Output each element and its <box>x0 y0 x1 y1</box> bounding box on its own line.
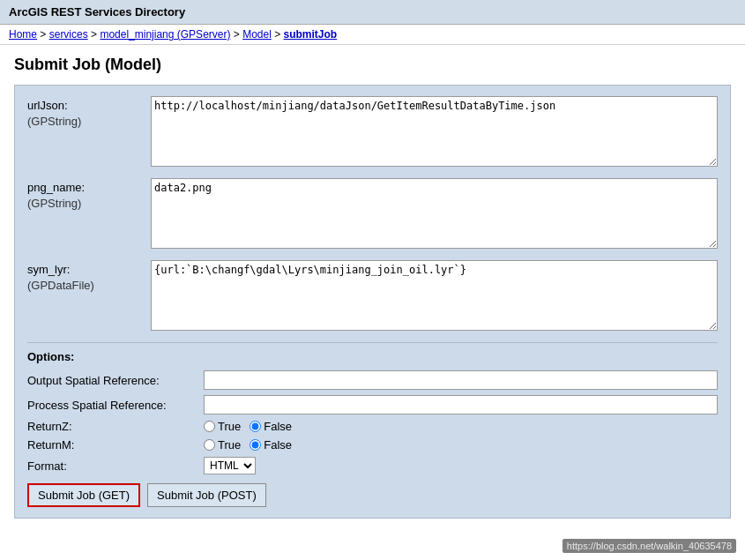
control-process-spatial-ref <box>204 395 718 414</box>
row-output-spatial-ref: Output Spatial Reference: <box>27 370 718 390</box>
control-pngname: data2.png <box>151 178 718 251</box>
field-symlyr: sym_lyr: (GPDataFile) {url:`B:<span styl… <box>27 260 718 333</box>
row-format: Format: HTML JSON AMF KMZL <box>27 457 718 474</box>
format-select[interactable]: HTML JSON AMF KMZL <box>204 457 256 474</box>
returnm-false-label[interactable]: False <box>250 438 292 452</box>
row-returnz: ReturnZ: True False <box>27 420 718 433</box>
input-symlyr[interactable]: {url:`B:<span style="color:#cc0000;text-… <box>151 260 718 331</box>
divider <box>27 342 718 343</box>
input-urljson[interactable]: http://localhost/minjiang/dataJson/GetIt… <box>151 96 718 167</box>
input-output-spatial-ref[interactable] <box>204 370 718 390</box>
label-output-spatial-ref: Output Spatial Reference: <box>27 374 204 387</box>
breadcrumb-gpserver[interactable]: model_minjiang (GPServer) <box>100 28 230 41</box>
row-process-spatial-ref: Process Spatial Reference: <box>27 395 718 414</box>
submit-get-button[interactable]: Submit Job (GET) <box>27 483 140 507</box>
returnz-true-radio[interactable] <box>204 421 215 432</box>
label-returnm: ReturnM: <box>27 438 204 452</box>
field-pngname: png_name: (GPString) data2.png <box>27 178 718 251</box>
control-symlyr: {url:`B:<span style="color:#cc0000;text-… <box>151 260 718 333</box>
returnz-true-label[interactable]: True <box>204 420 241 433</box>
label-pngname: png_name: (GPString) <box>27 178 151 212</box>
returnz-false-radio[interactable] <box>250 421 261 432</box>
row-returnm: ReturnM: True False <box>27 438 718 452</box>
returnm-false-radio[interactable] <box>250 439 261 451</box>
submit-post-button[interactable]: Submit Job (POST) <box>147 483 266 507</box>
control-urljson: http://localhost/minjiang/dataJson/GetIt… <box>151 96 718 169</box>
returnm-true-label[interactable]: True <box>204 438 241 452</box>
returnz-false-label[interactable]: False <box>250 420 292 433</box>
breadcrumb-services[interactable]: services <box>49 28 88 41</box>
input-pngname[interactable]: data2.png <box>151 178 718 249</box>
label-format: Format: <box>27 459 204 473</box>
breadcrumb-submitjob[interactable]: submitJob <box>284 28 338 41</box>
breadcrumb-model[interactable]: Model <box>242 28 272 41</box>
app-header: ArcGIS REST Services Directory <box>0 0 745 25</box>
input-process-spatial-ref[interactable] <box>204 395 718 414</box>
label-process-spatial-ref: Process Spatial Reference: <box>27 399 204 412</box>
label-returnz: ReturnZ: <box>27 420 204 433</box>
buttons-row: Submit Job (GET) Submit Job (POST) <box>27 483 718 507</box>
label-urljson: urlJson: (GPString) <box>27 96 151 130</box>
control-output-spatial-ref <box>204 370 718 390</box>
form-container: urlJson: (GPString) http://localhost/min… <box>14 85 731 519</box>
breadcrumb: Home > services > model_minjiang (GPServ… <box>0 25 745 45</box>
label-symlyr: sym_lyr: (GPDataFile) <box>27 260 151 294</box>
options-label: Options: <box>27 350 718 363</box>
control-returnm: True False <box>204 438 718 452</box>
field-urljson: urlJson: (GPString) http://localhost/min… <box>27 96 718 169</box>
app-title: ArcGIS REST Services Directory <box>9 5 185 19</box>
returnm-true-radio[interactable] <box>204 439 215 451</box>
control-returnz: True False <box>204 420 718 433</box>
control-format: HTML JSON AMF KMZL <box>204 457 718 474</box>
main-content: Submit Job (Model) urlJson: (GPString) h… <box>0 45 745 529</box>
breadcrumb-home[interactable]: Home <box>9 28 37 41</box>
page-title: Submit Job (Model) <box>14 56 731 74</box>
